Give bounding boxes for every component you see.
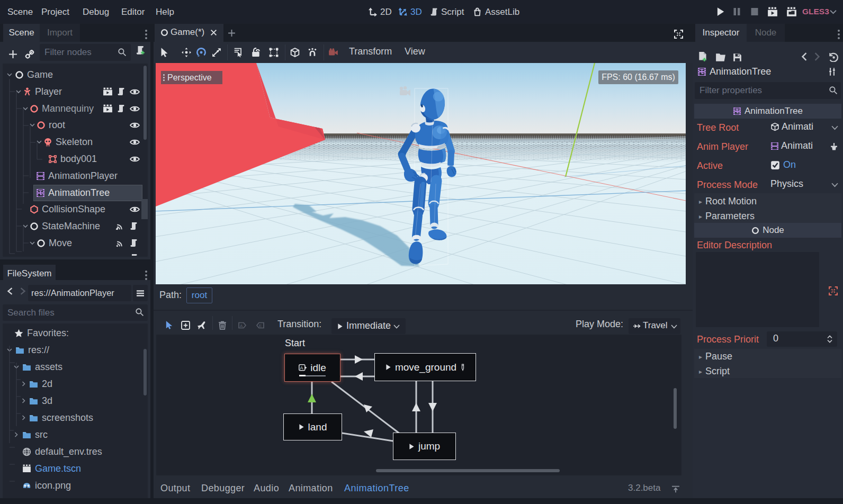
svg-text:A: A bbox=[300, 365, 303, 371]
svg-text:E: E bbox=[259, 323, 262, 328]
svg-text:A: A bbox=[240, 323, 243, 328]
